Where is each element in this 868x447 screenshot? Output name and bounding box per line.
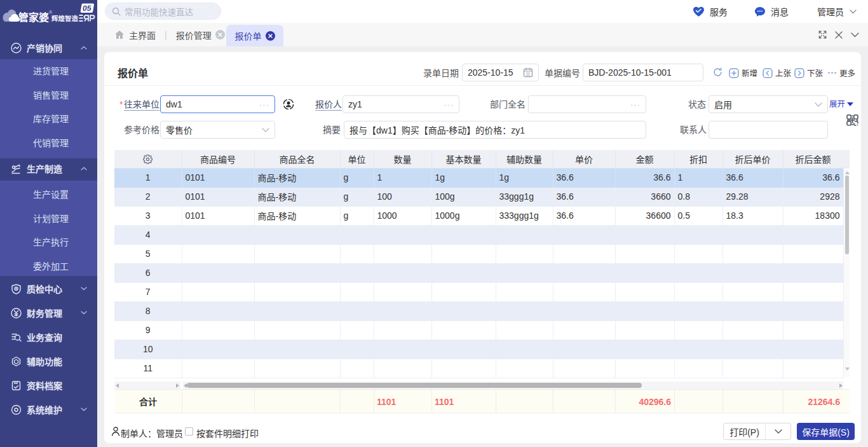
- svg-text:辉煌智造: 辉煌智造: [51, 15, 78, 22]
- svg-text:05: 05: [82, 4, 92, 13]
- svg-text:管家婆: 管家婆: [18, 11, 49, 23]
